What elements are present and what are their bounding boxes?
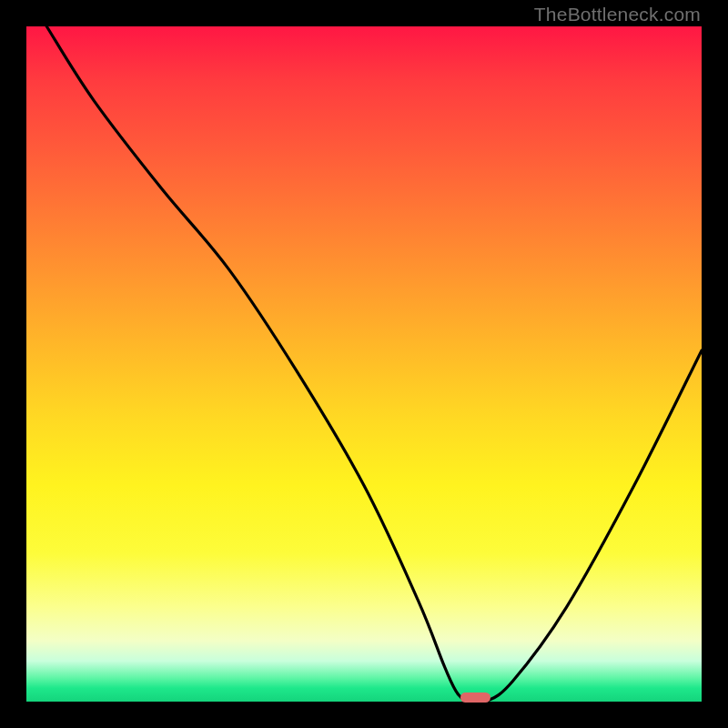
optimal-marker: [460, 693, 490, 703]
bottleneck-curve: [46, 26, 702, 703]
plot-area: [26, 26, 702, 702]
chart-frame: TheBottleneck.com: [0, 0, 728, 728]
attribution-text: TheBottleneck.com: [534, 4, 701, 25]
curve-svg: [26, 26, 702, 702]
